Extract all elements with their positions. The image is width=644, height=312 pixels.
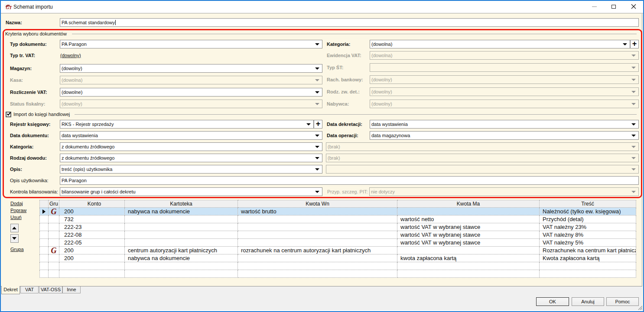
svg-text:GT: GT xyxy=(6,5,12,10)
